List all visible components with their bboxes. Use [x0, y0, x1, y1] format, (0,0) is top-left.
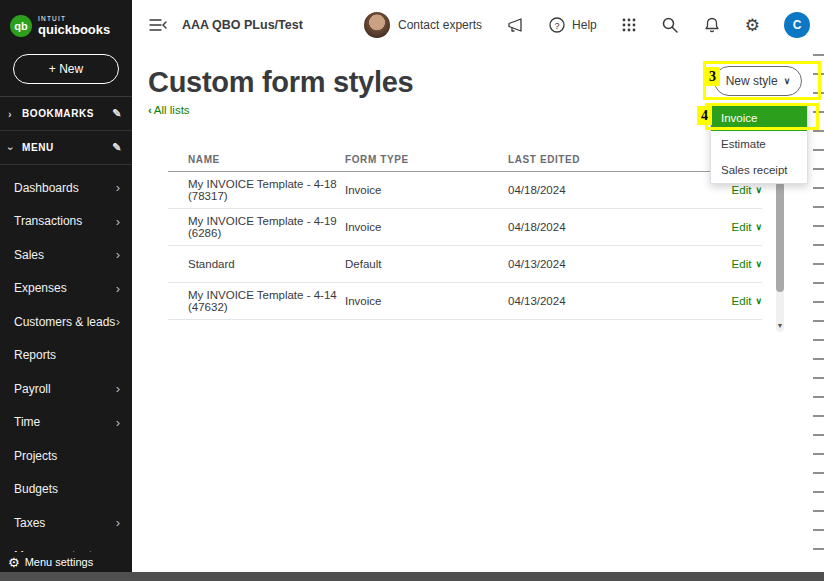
help-label: Help — [572, 18, 597, 32]
cell-last-edited: 04/13/2024 — [508, 295, 676, 307]
sidebar-item-expenses[interactable]: Expenses › — [0, 272, 132, 306]
contact-experts-button[interactable]: Contact experts — [364, 12, 482, 38]
chevron-down-icon: › — [5, 146, 17, 150]
col-header-name: NAME — [188, 154, 345, 165]
all-lists-link[interactable]: ‹All lists — [148, 104, 190, 116]
chevron-down-icon: ∨ — [784, 76, 791, 86]
new-style-dropdown: Invoice Estimate Sales receipt — [710, 104, 808, 184]
chevron-down-icon: ∨ — [755, 259, 762, 269]
col-header-form-type: FORM TYPE — [345, 154, 508, 165]
collapse-sidebar-icon[interactable] — [148, 17, 168, 33]
cell-form-type: Invoice — [345, 184, 508, 196]
chevron-right-icon: › — [116, 281, 120, 296]
contact-experts-label: Contact experts — [398, 18, 482, 32]
header-tools: Contact experts ? Help — [364, 12, 810, 38]
scrollbar-down-arrow[interactable]: ▼ — [776, 322, 784, 330]
sidebar-item-time[interactable]: Time › — [0, 406, 132, 440]
right-edge-ticks — [813, 54, 824, 564]
logo-wordmark: INTUIT quickbooks — [38, 16, 110, 36]
sidebar-section-bookmarks[interactable]: › BOOKMARKS ✎ — [0, 97, 132, 131]
sidebar-item-projects[interactable]: Projects — [0, 439, 132, 473]
cell-form-type: Invoice — [345, 295, 508, 307]
quickbooks-logo: qb INTUIT quickbooks — [0, 0, 132, 40]
edit-pencil-icon[interactable]: ✎ — [112, 141, 122, 154]
sidebar-nav: Dashboards › Transactions › Sales › Expe… — [0, 165, 132, 573]
sidebar-item-dashboards[interactable]: Dashboards › — [0, 171, 132, 205]
chevron-right-icon: › — [116, 180, 120, 195]
menu-settings[interactable]: ⚙ Menu settings — [0, 552, 132, 572]
cell-name: My INVOICE Template - 4-19 (6286) — [188, 215, 345, 239]
menu-label: MENU — [22, 142, 112, 153]
dropdown-item-sales-receipt[interactable]: Sales receipt — [711, 157, 807, 183]
qb-logo-icon: qb — [10, 15, 32, 37]
cell-form-type: Invoice — [345, 221, 508, 233]
sidebar-item-sales[interactable]: Sales › — [0, 238, 132, 272]
sidebar: qb INTUIT quickbooks + New › BOOKMARKS ✎… — [0, 0, 132, 581]
chevron-right-icon: › — [116, 314, 120, 329]
cell-name: Standard — [188, 258, 345, 270]
new-style-button[interactable]: New style ∨ — [714, 66, 802, 96]
table-row: My INVOICE Template - 4-18 (78317) Invoi… — [168, 172, 762, 209]
bookmarks-label: BOOKMARKS — [22, 108, 112, 119]
scrollbar-thumb[interactable] — [776, 182, 784, 292]
sidebar-item-payroll[interactable]: Payroll › — [0, 372, 132, 406]
gear-icon: ⚙ — [8, 555, 20, 570]
user-avatar[interactable]: C — [784, 12, 810, 38]
chevron-right-icon: › — [116, 247, 120, 262]
back-chevron-icon: ‹ — [148, 104, 152, 116]
menu-settings-label: Menu settings — [25, 556, 93, 568]
cell-last-edited: 04/18/2024 — [508, 184, 676, 196]
cell-form-type: Default — [345, 258, 508, 270]
sidebar-item-reports[interactable]: Reports — [0, 339, 132, 373]
apps-grid-icon[interactable] — [621, 17, 637, 33]
sidebar-item-customers-leads[interactable]: Customers & leads › — [0, 305, 132, 339]
edit-dropdown-button[interactable]: Edit ∨ — [732, 295, 762, 307]
form-styles-table: NAME FORM TYPE LAST EDITED My INVOICE Te… — [168, 148, 762, 320]
col-header-last-edited: LAST EDITED — [508, 154, 676, 165]
sidebar-item-budgets[interactable]: Budgets — [0, 473, 132, 507]
chevron-right-icon: › — [116, 214, 120, 229]
table-row: Standard Default 04/13/2024 Edit ∨ — [168, 246, 762, 283]
sidebar-item-transactions[interactable]: Transactions › — [0, 205, 132, 239]
edit-dropdown-button[interactable]: Edit ∨ — [732, 184, 762, 196]
dropdown-item-estimate[interactable]: Estimate — [711, 131, 807, 157]
company-name: AAA QBO PLus/Test — [182, 18, 303, 32]
cell-last-edited: 04/18/2024 — [508, 221, 676, 233]
annotation-label-4: 4 — [697, 106, 712, 125]
table-row: My INVOICE Template - 4-19 (6286) Invoic… — [168, 209, 762, 246]
bottom-strip — [0, 572, 824, 581]
main-content: Custom form styles ‹All lists NAME FORM … — [132, 50, 824, 572]
quickbooks-app: qb INTUIT quickbooks + New › BOOKMARKS ✎… — [0, 0, 824, 581]
quickbooks-label: quickbooks — [38, 23, 110, 37]
chevron-down-icon: ∨ — [755, 185, 762, 195]
table-header-row: NAME FORM TYPE LAST EDITED — [168, 148, 762, 172]
settings-gear-icon[interactable]: ⚙ — [745, 17, 760, 34]
notifications-bell-icon[interactable] — [703, 16, 721, 34]
expert-avatar — [364, 12, 390, 38]
chevron-down-icon: ∨ — [755, 296, 762, 306]
annotation-label-3: 3 — [705, 67, 720, 86]
announcements-megaphone-icon[interactable] — [506, 16, 524, 34]
edit-dropdown-button[interactable]: Edit ∨ — [732, 221, 762, 233]
table-row: My INVOICE Template - 4-14 (47632) Invoi… — [168, 283, 762, 320]
chevron-right-icon: › — [116, 415, 120, 430]
edit-dropdown-button[interactable]: Edit ∨ — [732, 258, 762, 270]
svg-text:?: ? — [555, 21, 560, 31]
cell-name: My INVOICE Template - 4-14 (47632) — [188, 289, 345, 313]
chevron-right-icon: › — [116, 381, 120, 396]
sidebar-item-taxes[interactable]: Taxes › — [0, 506, 132, 540]
dropdown-item-invoice[interactable]: Invoice — [711, 105, 807, 131]
page-title: Custom form styles — [148, 66, 413, 99]
chevron-right-icon: › — [116, 515, 120, 530]
help-button[interactable]: ? Help — [548, 16, 597, 34]
chevron-down-icon: ∨ — [755, 222, 762, 232]
search-icon[interactable] — [661, 16, 679, 34]
cell-name: My INVOICE Template - 4-18 (78317) — [188, 178, 345, 202]
chevron-right-icon: › — [8, 108, 22, 120]
top-header: AAA QBO PLus/Test Contact experts ? Help — [132, 0, 824, 50]
cell-last-edited: 04/13/2024 — [508, 258, 676, 270]
sidebar-section-menu[interactable]: › MENU ✎ — [0, 131, 132, 165]
edit-pencil-icon[interactable]: ✎ — [112, 107, 122, 120]
new-button[interactable]: + New — [13, 54, 119, 84]
table-scrollbar[interactable]: ▼ — [776, 182, 784, 332]
